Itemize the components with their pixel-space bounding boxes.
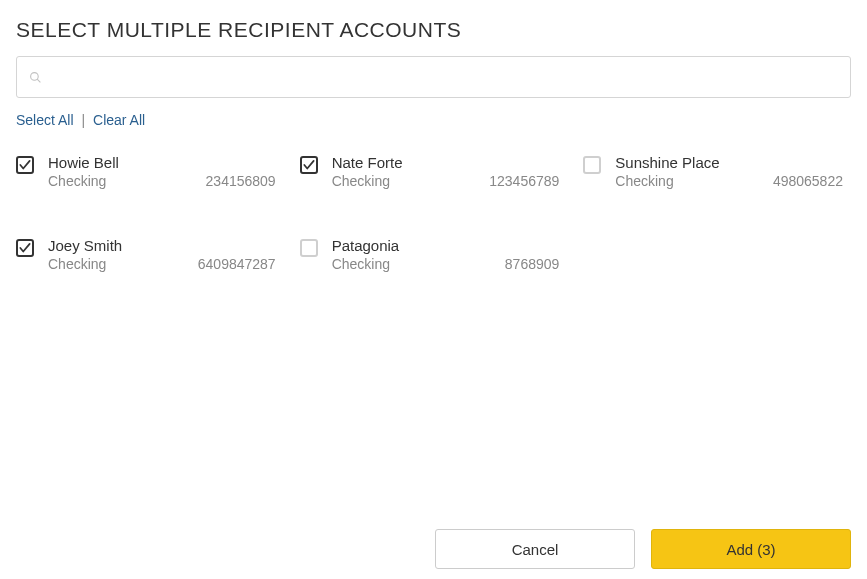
account-number: 123456789 — [489, 173, 559, 189]
account-name: Nate Forte — [332, 154, 560, 171]
account-name: Joey Smith — [48, 237, 276, 254]
account-card: Howie Bell Checking 234156809 — [16, 154, 284, 189]
account-checkbox[interactable] — [583, 156, 601, 174]
accounts-grid: Howie Bell Checking 234156809 Nate Forte… — [16, 154, 851, 272]
account-type: Checking — [48, 256, 106, 272]
account-name: Howie Bell — [48, 154, 276, 171]
account-checkbox[interactable] — [300, 239, 318, 257]
account-type: Checking — [615, 173, 673, 189]
account-number: 8768909 — [505, 256, 560, 272]
cancel-button[interactable]: Cancel — [435, 529, 635, 569]
account-number: 6409847287 — [198, 256, 276, 272]
bulk-actions: Select All | Clear All — [16, 112, 851, 128]
page-title: SELECT MULTIPLE RECIPIENT ACCOUNTS — [16, 18, 851, 42]
account-card: Patagonia Checking 8768909 — [300, 237, 568, 272]
account-card: Nate Forte Checking 123456789 — [300, 154, 568, 189]
account-name: Patagonia — [332, 237, 560, 254]
footer-actions: Cancel Add (3) — [16, 529, 851, 569]
account-card: Sunshine Place Checking 498065822 — [583, 154, 851, 189]
actions-divider: | — [81, 112, 85, 128]
clear-all-link[interactable]: Clear All — [93, 112, 145, 128]
account-name: Sunshine Place — [615, 154, 843, 171]
search-input[interactable] — [50, 69, 838, 85]
account-type: Checking — [48, 173, 106, 189]
search-box[interactable] — [16, 56, 851, 98]
account-number: 234156809 — [206, 173, 276, 189]
account-checkbox[interactable] — [16, 156, 34, 174]
account-number: 498065822 — [773, 173, 843, 189]
account-type: Checking — [332, 256, 390, 272]
svg-point-0 — [31, 72, 39, 80]
account-card: Joey Smith Checking 6409847287 — [16, 237, 284, 272]
account-checkbox[interactable] — [16, 239, 34, 257]
search-icon — [29, 71, 42, 84]
svg-line-1 — [37, 79, 40, 82]
account-type: Checking — [332, 173, 390, 189]
add-button[interactable]: Add (3) — [651, 529, 851, 569]
select-all-link[interactable]: Select All — [16, 112, 74, 128]
account-checkbox[interactable] — [300, 156, 318, 174]
